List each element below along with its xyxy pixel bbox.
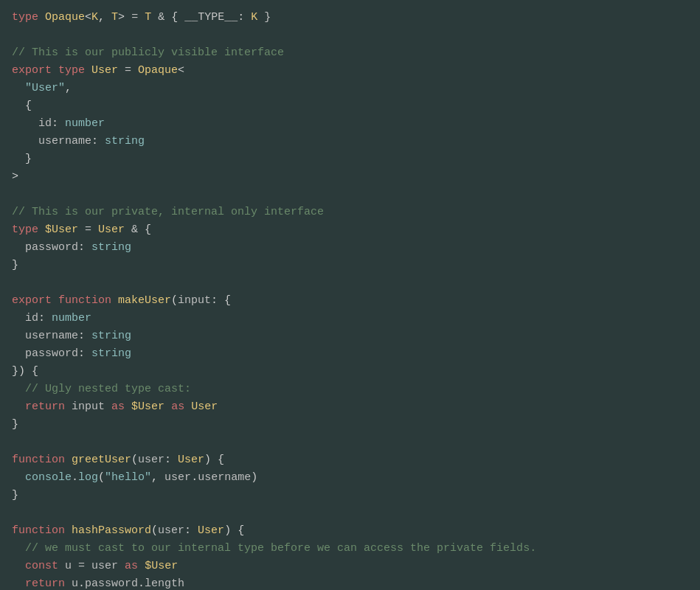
token-plain xyxy=(65,454,72,466)
token-plain xyxy=(125,400,131,413)
token-prop: username xyxy=(25,330,78,342)
token-plain: & xyxy=(125,223,145,236)
token-punct: . xyxy=(191,471,198,484)
token-punct: } xyxy=(25,153,32,165)
token-punct: : xyxy=(38,312,52,324)
token-type-name: User xyxy=(178,454,204,466)
token-plain: } xyxy=(257,11,271,24)
token-func-name: greetUser xyxy=(72,454,131,466)
token-prop: length xyxy=(145,577,184,590)
code-line: // we must cast to our internal type bef… xyxy=(12,540,688,558)
token-prop: id xyxy=(25,312,38,324)
token-kw-return: return xyxy=(25,400,65,413)
token-param: u xyxy=(65,560,72,572)
token-plain xyxy=(38,223,45,236)
token-type-name: User xyxy=(191,400,218,413)
token-builtin-type: string xyxy=(91,330,131,342)
token-kw-as: as xyxy=(111,400,125,413)
token-comment: // Ugly nested type cast: xyxy=(25,383,191,395)
token-kw-function: function xyxy=(58,294,111,307)
token-kw-type: type xyxy=(58,64,85,77)
token-type-name: K xyxy=(91,11,98,24)
token-punct: ( xyxy=(151,524,158,537)
token-plain xyxy=(12,471,25,484)
token-punct: , xyxy=(151,471,164,484)
token-string: "hello" xyxy=(105,471,151,484)
code-line: } xyxy=(12,487,688,504)
token-comment: // we must cast to our internal type bef… xyxy=(25,542,536,555)
code-line: export type User = Opaque< xyxy=(12,62,688,80)
token-prop: password xyxy=(25,347,78,360)
token-punct: : xyxy=(78,347,91,360)
code-line: type $User = User & { xyxy=(12,221,688,239)
token-builtin-type: string xyxy=(91,347,131,360)
code-line: function greetUser(user: User) { xyxy=(12,451,688,469)
token-punct: { xyxy=(25,100,32,112)
token-prop: username xyxy=(198,471,251,484)
code-line xyxy=(12,186,688,204)
token-plain xyxy=(52,64,58,77)
token-punct: ( xyxy=(131,454,138,466)
token-punct: : xyxy=(184,524,198,537)
token-plain xyxy=(105,400,111,413)
token-plain xyxy=(12,241,25,254)
code-line: return input as $User as User xyxy=(12,398,688,416)
token-plain xyxy=(164,400,171,413)
token-plain xyxy=(138,560,145,572)
token-punct: ) xyxy=(251,471,257,484)
token-builtin-type: string xyxy=(91,241,131,254)
token-plain xyxy=(65,524,72,537)
code-line: // This is our private, internal only in… xyxy=(12,204,688,221)
code-editor: type Opaque<K, T> = T & { __TYPE__: K } … xyxy=(12,9,688,590)
token-plain xyxy=(12,135,38,148)
token-punct: : xyxy=(91,135,105,148)
code-line: id: number xyxy=(12,310,688,327)
token-punct: ) { xyxy=(224,524,244,537)
token-punct: : xyxy=(78,241,91,254)
token-punct: }) { xyxy=(12,365,38,378)
token-param: u xyxy=(72,577,78,590)
token-prop: id xyxy=(38,117,52,130)
token-kw-export: export xyxy=(12,294,52,307)
token-punct: } xyxy=(12,418,18,431)
token-plain: & xyxy=(151,11,171,24)
code-line: export function makeUser(input: { xyxy=(12,292,688,310)
token-param: user xyxy=(164,471,191,484)
token-plain: __TYPE__ xyxy=(184,11,238,24)
token-plain xyxy=(52,294,58,307)
code-line: password: string xyxy=(12,345,688,363)
token-kw-export: export xyxy=(12,64,52,77)
token-prop: password xyxy=(85,577,138,590)
code-line xyxy=(12,274,688,292)
token-plain xyxy=(58,560,65,572)
token-plain xyxy=(12,560,25,572)
token-punct: . xyxy=(72,471,78,484)
token-punct: : xyxy=(238,11,251,24)
token-param: user xyxy=(138,454,164,466)
token-method: console xyxy=(25,471,72,484)
code-line: function hashPassword(user: User) { xyxy=(12,522,688,540)
token-plain: = xyxy=(78,223,98,236)
token-type-name: $User xyxy=(131,400,164,413)
token-punct: , xyxy=(98,11,111,24)
code-line: } xyxy=(12,257,688,274)
token-func-name: hashPassword xyxy=(72,524,151,537)
token-punct: } xyxy=(12,259,18,271)
token-builtin-type: string xyxy=(105,135,145,148)
token-punct: : { xyxy=(211,294,231,307)
token-punct: : xyxy=(78,330,91,342)
token-plain xyxy=(12,312,25,324)
code-line: password: string xyxy=(12,239,688,257)
code-line: return u.password.length xyxy=(12,575,688,590)
token-param: input xyxy=(178,294,211,307)
token-type-name: User xyxy=(98,223,125,236)
token-punct: < xyxy=(178,64,184,77)
token-plain xyxy=(65,400,72,413)
token-punct: ) { xyxy=(204,454,224,466)
token-plain xyxy=(12,100,25,112)
token-punct: { xyxy=(145,223,151,236)
token-plain: = xyxy=(125,11,145,24)
token-plain xyxy=(12,577,25,590)
token-type-name: User xyxy=(91,64,118,77)
token-plain xyxy=(12,117,38,130)
